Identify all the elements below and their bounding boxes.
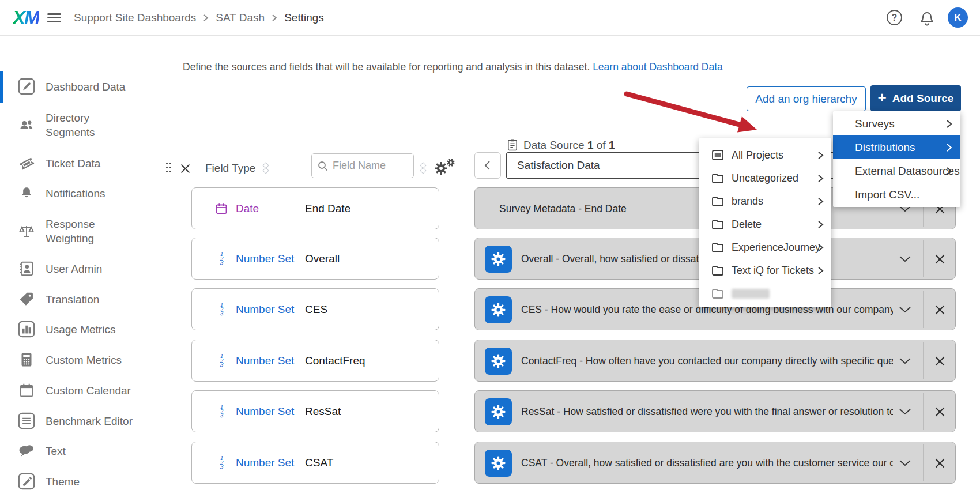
- sidebar-item-custom-metrics[interactable]: Custom Metrics: [0, 344, 148, 376]
- field-row[interactable]: 123 Number Set Overall: [191, 238, 439, 280]
- close-icon[interactable]: [180, 163, 191, 174]
- breadcrumb-item[interactable]: Support Site Dashboards: [74, 12, 196, 24]
- folder-icon: [711, 194, 725, 208]
- chat-bubbles-icon: [17, 442, 36, 460]
- field-row[interactable]: 123 Number Set ContactFreq: [191, 340, 439, 382]
- annotation-arrow: [620, 85, 764, 140]
- number-set-icon: 123: [214, 456, 229, 469]
- chevron-right-icon: [817, 174, 824, 183]
- field-type-label[interactable]: Number Set: [236, 303, 298, 316]
- field-type-header: Field Type: [205, 162, 255, 175]
- search-icon: [318, 161, 328, 171]
- menu-item-label: Surveys: [855, 118, 895, 130]
- field-type-label[interactable]: Number Set: [236, 355, 298, 367]
- breadcrumb-separator-icon: [272, 13, 277, 22]
- chevron-right-icon: [817, 243, 824, 252]
- sidebar-item-label: Text: [46, 444, 66, 458]
- remove-field-icon[interactable]: [934, 458, 945, 469]
- field-type-label[interactable]: Date: [236, 202, 298, 215]
- settings-gears-icon[interactable]: [434, 157, 457, 178]
- previous-source-button[interactable]: [474, 152, 501, 179]
- remove-field-icon[interactable]: [934, 406, 945, 417]
- submenu-item-experiencejourney[interactable]: ExperienceJourney: [699, 236, 831, 259]
- avatar[interactable]: K: [948, 7, 968, 28]
- sort-icon[interactable]: [420, 163, 426, 175]
- submenu-item-brands[interactable]: brands: [699, 190, 831, 213]
- menu-item-surveys[interactable]: Surveys: [833, 112, 960, 135]
- breadcrumb-item[interactable]: SAT Dash: [216, 12, 265, 24]
- sidebar-item-label: Response Weighting: [46, 217, 110, 246]
- chevron-right-icon: [946, 167, 952, 176]
- remove-field-icon[interactable]: [934, 356, 945, 367]
- notifications-bell-icon[interactable]: [919, 9, 935, 27]
- sidebar-item-label: Ticket Data: [46, 156, 100, 171]
- sidebar-item-user-admin[interactable]: User Admin: [0, 252, 148, 285]
- field-name-label: ResSat: [305, 405, 341, 418]
- chevron-down-icon[interactable]: [899, 357, 911, 365]
- field-type-label[interactable]: Number Set: [236, 405, 298, 418]
- menu-item-import-csv[interactable]: Import CSV...: [833, 183, 960, 206]
- sidebar-item-custom-calendar[interactable]: Custom Calendar: [0, 374, 148, 406]
- top-bar: XM Support Site Dashboards SAT Dash Sett…: [0, 0, 980, 36]
- menu-item-external-datasources[interactable]: External Datasources: [833, 159, 960, 183]
- number-set-icon: 123: [214, 252, 229, 265]
- chevron-down-icon[interactable]: [899, 408, 911, 416]
- submenu-item-label: All Projects: [732, 149, 783, 161]
- sidebar-item-label: Translation: [46, 292, 99, 307]
- field-row[interactable]: Date End Date: [191, 187, 439, 229]
- submenu-item-uncategorized[interactable]: Uncategorized: [699, 167, 831, 190]
- search-input[interactable]: [333, 160, 402, 172]
- submenu-item-label: brands: [732, 195, 763, 208]
- field-name-label: CSAT: [305, 457, 333, 469]
- hamburger-menu-icon[interactable]: [47, 13, 61, 23]
- sidebar-item-text[interactable]: Text: [0, 435, 148, 467]
- calculator-icon: [17, 352, 36, 368]
- field-settings-gear-button[interactable]: [485, 246, 512, 273]
- folder-icon: [711, 217, 725, 231]
- mapped-field-row: ContactFreq - How often have you contact…: [474, 340, 956, 382]
- sidebar-item-usage-metrics[interactable]: Usage Metrics: [0, 313, 148, 345]
- submenu-item-all-projects[interactable]: All Projects: [699, 144, 831, 167]
- sidebar-item-directory-segments[interactable]: Directory Segments: [0, 109, 148, 141]
- folder-icon: [711, 240, 725, 254]
- learn-about-link[interactable]: Learn about Dashboard Data: [593, 61, 723, 73]
- add-org-hierarchy-button[interactable]: Add an org hierarchy: [747, 86, 866, 111]
- field-row[interactable]: 123 Number Set CSAT: [191, 442, 439, 484]
- field-type-label[interactable]: Number Set: [236, 457, 298, 469]
- chevron-right-icon: [946, 119, 952, 129]
- field-settings-gear-button[interactable]: [485, 398, 512, 425]
- remove-field-icon[interactable]: [934, 254, 945, 265]
- xm-logo[interactable]: XM: [13, 7, 39, 29]
- field-name-label: CES: [305, 303, 327, 316]
- add-source-button[interactable]: + Add Source: [870, 85, 961, 111]
- sidebar-item-translation[interactable]: Translation: [0, 283, 148, 315]
- sidebar-item-dashboard-data[interactable]: Dashboard Data: [0, 70, 148, 103]
- chevron-right-icon: [817, 197, 824, 206]
- help-icon[interactable]: ?: [887, 10, 902, 25]
- chevron-down-icon[interactable]: [899, 255, 911, 263]
- breadcrumb: Support Site Dashboards SAT Dash Setting…: [74, 0, 324, 36]
- drag-handle[interactable]: [166, 163, 174, 174]
- sort-icon[interactable]: [263, 163, 269, 175]
- sidebar-item-theme[interactable]: Theme: [0, 465, 148, 490]
- chevron-down-icon[interactable]: [899, 459, 911, 467]
- field-settings-gear-button[interactable]: [485, 348, 512, 375]
- field-row[interactable]: 123 Number Set CES: [191, 288, 439, 330]
- chevron-down-icon[interactable]: [899, 306, 911, 314]
- field-settings-gear-button[interactable]: [485, 296, 512, 323]
- menu-item-distributions[interactable]: Distributions: [833, 135, 960, 159]
- submenu-item-redacted[interactable]: [699, 282, 831, 305]
- remove-field-icon[interactable]: [934, 304, 945, 315]
- submenu-item-text-iq-for-tickets[interactable]: Text iQ for Tickets: [699, 259, 831, 282]
- submenu-item-delete[interactable]: Delete: [699, 213, 831, 236]
- field-row[interactable]: 123 Number Set ResSat: [191, 390, 439, 432]
- field-settings-gear-button[interactable]: [485, 450, 512, 477]
- sidebar-item-notifications[interactable]: Notifications: [0, 177, 148, 209]
- scale-icon: [17, 223, 36, 240]
- sidebar-item-ticket-data[interactable]: Ticket Data: [0, 147, 148, 179]
- sidebar-item-response-weighting[interactable]: Response Weighting: [0, 215, 148, 247]
- sidebar-item-benchmark-editor[interactable]: Benchmark Editor: [0, 405, 148, 437]
- field-type-label[interactable]: Number Set: [236, 252, 298, 265]
- chevron-right-icon: [946, 143, 952, 152]
- folder-icon: [711, 287, 725, 300]
